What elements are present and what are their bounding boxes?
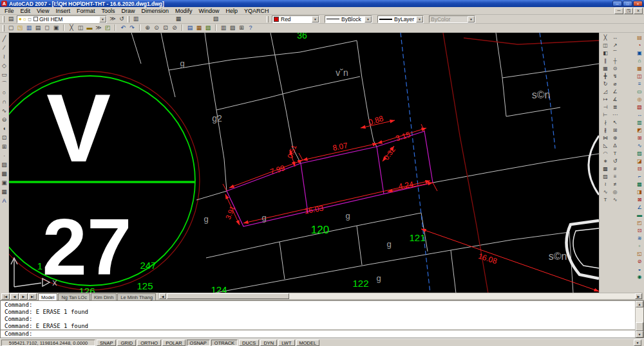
edit-hatch-button[interactable]: ▨ bbox=[601, 173, 609, 181]
osnap-toggle[interactable]: OSNAP bbox=[187, 340, 210, 346]
open-button[interactable]: ◳ bbox=[15, 24, 24, 32]
construction-line-button[interactable]: ∕ bbox=[0, 43, 8, 52]
undo-button[interactable]: ↶ bbox=[118, 24, 128, 32]
lwt-toggle[interactable]: LWT bbox=[278, 340, 294, 346]
dim-radius-button[interactable]: ⊙ bbox=[611, 65, 619, 73]
quickcalc-button[interactable]: ⊞ bbox=[237, 24, 246, 32]
yq-tool-19-button[interactable]: ⌐ bbox=[636, 173, 643, 181]
rectangle-button[interactable]: ▭ bbox=[0, 70, 8, 79]
zoom-previous-button[interactable]: ⊘ bbox=[170, 24, 179, 32]
scroll-left-icon[interactable]: ◀ bbox=[159, 293, 166, 299]
yq-tool-25-button[interactable]: ◰ bbox=[636, 219, 643, 227]
chamfer-button[interactable]: ◺ bbox=[601, 142, 609, 150]
menu-modify[interactable]: Modify bbox=[172, 8, 196, 14]
region-button[interactable]: ▣ bbox=[0, 178, 8, 187]
gradient-button[interactable]: ▩ bbox=[0, 169, 8, 178]
yq-tool-6-button[interactable]: ◫ bbox=[636, 73, 643, 80]
toolbar-extra-button-1[interactable]: ▦ bbox=[174, 15, 183, 23]
tab-ng-tan-loc[interactable]: Ng Tan LOc bbox=[58, 293, 90, 300]
menu-draw[interactable]: Draw bbox=[118, 8, 138, 14]
break-at-point-button[interactable]: ∤ bbox=[601, 119, 609, 127]
fillet-button[interactable]: ◠ bbox=[601, 150, 609, 158]
horizontal-scrollbar[interactable]: ◀ ▶ bbox=[158, 293, 643, 300]
yq-tool-1-button[interactable]: ▤ bbox=[636, 34, 643, 42]
yq-tool-20-button[interactable]: ▩ bbox=[636, 181, 643, 188]
make-object-layer-current-button[interactable]: ≫ bbox=[108, 15, 117, 23]
tolerance-button[interactable]: ⊞ bbox=[611, 127, 619, 134]
dim-angular-button[interactable]: ∠ bbox=[611, 88, 619, 96]
dim-update-button[interactable]: ↺ bbox=[611, 158, 619, 165]
yq-tool-17-button[interactable]: ◪ bbox=[636, 158, 643, 165]
yq-tool-12-button[interactable]: ▥ bbox=[636, 119, 643, 127]
properties-button[interactable]: ▤ bbox=[185, 24, 194, 32]
mdi-minimize-button[interactable]: ─ bbox=[614, 8, 623, 14]
linetype-combo[interactable]: ByBlock ▼ bbox=[325, 15, 372, 23]
sheetset-manager-button[interactable]: ▥ bbox=[219, 24, 228, 32]
yq-tool-10-button[interactable]: ▧ bbox=[636, 104, 643, 111]
close-button[interactable]: × bbox=[633, 1, 643, 6]
mirror-button[interactable]: ◧ bbox=[601, 50, 609, 57]
cut-button[interactable]: ╳ bbox=[67, 24, 76, 32]
horizontal-scrollbar-thumb[interactable] bbox=[167, 293, 289, 299]
quick-leader-button[interactable]: ↖ bbox=[611, 119, 619, 127]
help-button[interactable]: ? bbox=[246, 24, 255, 32]
erase-button[interactable]: ╳ bbox=[601, 34, 609, 42]
menu-edit[interactable]: Edit bbox=[17, 8, 34, 14]
designcenter-button[interactable]: ▦ bbox=[194, 24, 204, 32]
coordinate-readout[interactable]: 595421.7102, 1198164.2448, 0.0000 bbox=[1, 340, 95, 346]
polygon-button[interactable]: ◇ bbox=[0, 61, 8, 70]
drawing-canvas[interactable]: V27361247125126124120121122gg2gggggv˘ns©… bbox=[9, 33, 599, 293]
tab-next-button[interactable]: ▶ bbox=[19, 293, 28, 300]
dim-jog-line-button[interactable]: ∿ bbox=[611, 196, 619, 204]
dim-diameter-button[interactable]: ⌀ bbox=[611, 80, 619, 88]
menu-window[interactable]: Window bbox=[196, 8, 223, 14]
polyline-button[interactable]: ≀ bbox=[0, 52, 8, 61]
dim-aligned-button[interactable]: ↗ bbox=[611, 42, 619, 50]
yq-tool-31-button[interactable]: ◒ bbox=[636, 266, 643, 273]
dim-edit-button[interactable]: ∆ bbox=[611, 142, 619, 150]
lineweight-combo[interactable]: ByLayer ▼ bbox=[377, 15, 424, 23]
table-button[interactable]: ▦ bbox=[0, 187, 8, 196]
dim-continue-button[interactable]: ⋯ bbox=[611, 111, 619, 119]
dyn-toggle[interactable]: DYN bbox=[260, 340, 277, 346]
command-prompt[interactable]: Command: bbox=[1, 329, 635, 338]
yq-tool-23-button[interactable]: ∠ bbox=[636, 204, 643, 212]
yq-tool-14-button[interactable]: ⊞ bbox=[636, 134, 643, 142]
layer-combo[interactable]: ● ☼ ◻ GHI HEM ▼ bbox=[17, 15, 107, 23]
yq-tool-8-button[interactable]: ▭ bbox=[636, 88, 643, 96]
tab-le-minh-thang[interactable]: Le Minh Thang bbox=[117, 293, 156, 300]
yq-tool-13-button[interactable]: ◩ bbox=[636, 127, 643, 134]
edit-text-button[interactable]: T bbox=[601, 196, 609, 204]
zoom-realtime-button[interactable]: ⊙ bbox=[152, 24, 161, 32]
yq-tool-15-button[interactable]: ∿ bbox=[636, 142, 643, 150]
dim-text-edit-button[interactable]: T bbox=[611, 150, 619, 158]
menu-tools[interactable]: Tools bbox=[98, 8, 118, 14]
dim-jogged-button[interactable]: ↯ bbox=[611, 73, 619, 80]
paste-button[interactable]: ▬ bbox=[85, 24, 94, 32]
mdi-close-button[interactable]: × bbox=[634, 8, 643, 14]
markup-set-manager-button[interactable]: ▨ bbox=[228, 24, 237, 32]
join-button[interactable]: ⋈ bbox=[601, 134, 609, 142]
tab-last-button[interactable]: ▶| bbox=[28, 293, 37, 300]
snap-toggle[interactable]: SNAP bbox=[97, 340, 116, 346]
break-button[interactable]: ∦ bbox=[601, 127, 609, 134]
yq-tool-24-button[interactable]: ▬ bbox=[636, 212, 643, 219]
edit-spline-button[interactable]: ∿ bbox=[601, 188, 609, 196]
toolbar-grip[interactable] bbox=[128, 16, 129, 23]
layer-properties-manager-button[interactable]: ▤ bbox=[6, 15, 15, 23]
block-editor-button[interactable]: ◰ bbox=[103, 24, 112, 32]
multiline-text-button[interactable]: A bbox=[0, 196, 8, 205]
yq-tool-28-button[interactable]: ▫ bbox=[636, 242, 643, 250]
toolbar-grip[interactable] bbox=[3, 25, 5, 32]
yq-tool-29-button[interactable]: ◱ bbox=[636, 250, 643, 258]
minimize-button[interactable]: ─ bbox=[612, 1, 622, 6]
ducs-toggle[interactable]: DUCS bbox=[239, 340, 259, 346]
redo-button[interactable]: ↷ bbox=[128, 24, 137, 32]
scale-button[interactable]: ◿ bbox=[601, 88, 609, 96]
trim-button[interactable]: ⊣ bbox=[601, 104, 609, 111]
yq-tool-16-button[interactable]: ▨ bbox=[636, 150, 643, 158]
match-properties-button[interactable]: ≫ bbox=[94, 24, 103, 32]
hatch-button[interactable]: ▨ bbox=[0, 160, 8, 169]
maximize-button[interactable]: □ bbox=[623, 1, 632, 6]
menu-yqarch[interactable]: YQARCH bbox=[241, 8, 272, 14]
